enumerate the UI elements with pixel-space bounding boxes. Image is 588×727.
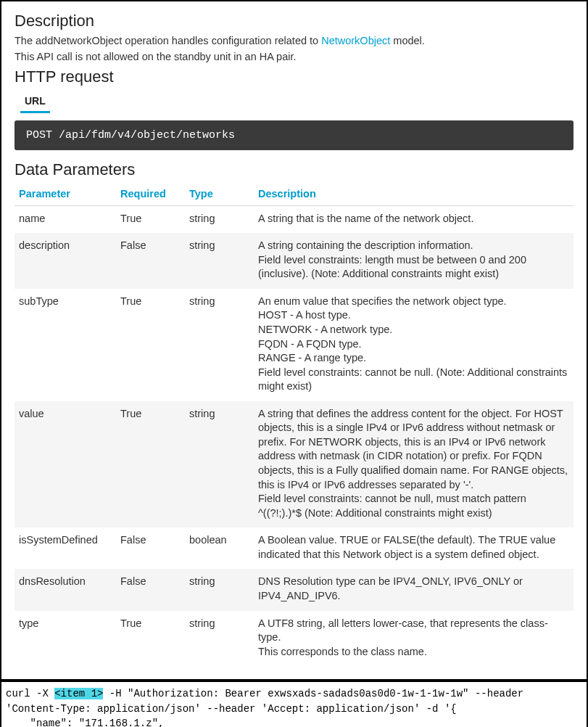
api-doc-panel: Description The addNetworkObject operati… (1, 1, 587, 679)
desc-text-part-a: The addNetworkObject operation handles c… (15, 35, 321, 46)
cell-type: string (185, 611, 254, 667)
curl-text: "name": "171.168.1.z", (6, 718, 164, 727)
cell-required: True (116, 401, 185, 528)
data-parameters-table: Parameter Required Type Description name… (15, 182, 573, 667)
cell-type: string (185, 289, 254, 401)
curl-text: -H "Authorization: Bearer exwsxads-sadad… (103, 688, 523, 699)
table-row: dnsResolutionFalsestringDNS Resolution t… (15, 569, 573, 610)
placeholder-item-1: <item 1> (54, 688, 103, 699)
http-request-heading: HTTP request (15, 67, 573, 86)
curl-example: curl -X <item 1> -H "Authorization: Bear… (1, 682, 587, 727)
cell-type: string (185, 205, 254, 233)
cell-param: description (15, 233, 116, 289)
networkobject-link[interactable]: NetworkObject (321, 35, 390, 46)
cell-required: False (116, 527, 185, 569)
desc-text-part-b: model. (390, 35, 425, 46)
cell-param: value (15, 401, 116, 528)
th-required: Required (116, 182, 185, 206)
endpoint-code: POST /api/fdm/v4/object/networks (15, 120, 573, 150)
table-row: valueTruestringA string that defines the… (15, 401, 573, 528)
th-type: Type (185, 182, 254, 206)
cell-desc: An enum value that specifies the network… (254, 289, 573, 401)
cell-required: True (116, 611, 185, 667)
cell-param: name (15, 205, 116, 233)
table-row: subTypeTruestringAn enum value that spec… (15, 289, 573, 401)
cell-desc: A Boolean value. TRUE or FALSE(the defau… (254, 527, 573, 569)
cell-required: False (116, 569, 185, 610)
data-parameters-heading: Data Parameters (15, 160, 573, 179)
curl-text: 'Content-Type: application/json' --heade… (6, 703, 457, 715)
th-parameter: Parameter (15, 182, 116, 206)
tab-url[interactable]: URL (20, 92, 50, 113)
table-row: typeTruestringA UTF8 string, all letters… (15, 611, 573, 667)
cell-desc: A string containing the description info… (254, 233, 573, 289)
cell-type: boolean (185, 527, 254, 569)
table-row: descriptionFalsestringA string containin… (15, 233, 573, 289)
cell-desc: A string that is the name of the network… (254, 205, 573, 233)
cell-required: True (116, 205, 185, 233)
cell-desc: A string that defines the address conten… (254, 401, 573, 528)
description-line-1: The addNetworkObject operation handles c… (15, 33, 573, 48)
table-row: isSystemDefinedFalsebooleanA Boolean val… (15, 527, 573, 569)
cell-desc: A UTF8 string, all letters lower-case, t… (254, 611, 573, 667)
cell-type: string (185, 569, 254, 610)
cell-param: subType (15, 289, 116, 401)
curl-text: curl -X (6, 688, 54, 699)
cell-type: string (185, 233, 254, 289)
cell-type: string (185, 401, 254, 528)
cell-required: True (116, 289, 185, 401)
description-heading: Description (15, 12, 573, 30)
table-row: nameTruestringA string that is the name … (15, 205, 573, 233)
description-line-2: This API call is not allowed on the stan… (15, 49, 573, 64)
cell-param: isSystemDefined (15, 527, 116, 569)
cell-required: False (116, 233, 185, 289)
th-description: Description (254, 182, 573, 206)
cell-param: type (15, 611, 116, 667)
tab-bar: URL (15, 92, 573, 113)
cell-desc: DNS Resolution type can be IPV4_ONLY, IP… (254, 569, 573, 610)
cell-param: dnsResolution (15, 569, 116, 610)
